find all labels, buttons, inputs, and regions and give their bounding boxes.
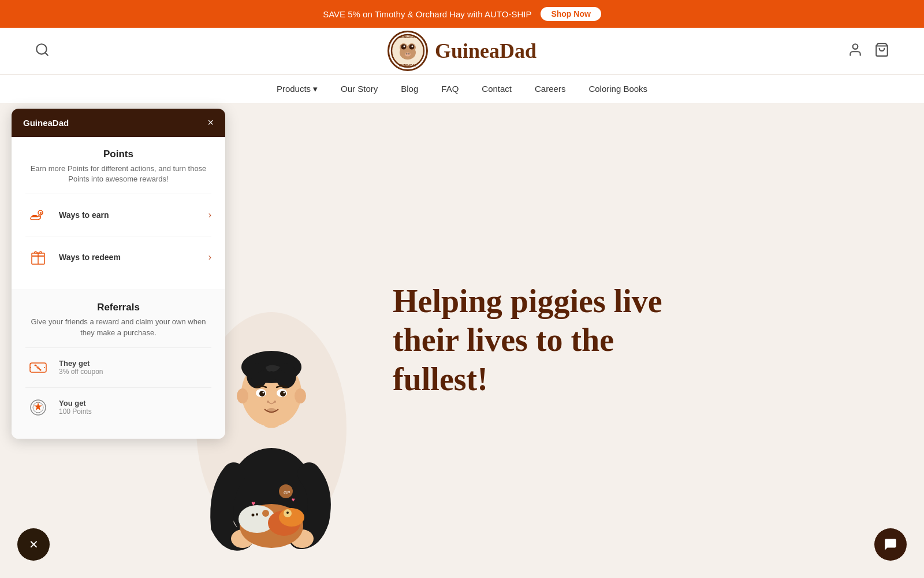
svg-point-48 — [267, 401, 269, 403]
svg-point-40 — [237, 388, 248, 403]
points-icon — [25, 395, 51, 420]
header: GUINEADAD GUINEADAD GuineaDad — [0, 28, 924, 74]
svg-point-49 — [274, 401, 276, 403]
nav-careers[interactable]: Careers — [535, 84, 565, 94]
earn-arrow-icon: › — [208, 210, 211, 220]
coupon-icon: % — [25, 355, 51, 380]
svg-point-10 — [405, 53, 411, 57]
panel-close-button[interactable]: × — [207, 117, 214, 129]
redeem-arrow-icon: › — [208, 252, 211, 262]
nav-coloring-books[interactable]: Coloring Books — [588, 84, 647, 94]
svg-text:GUINEADAD: GUINEADAD — [399, 35, 417, 39]
hero-section: GuineaDad × Points Earn more Points for … — [0, 103, 924, 578]
svg-point-57 — [262, 510, 269, 517]
header-icons — [848, 42, 889, 60]
svg-point-47 — [284, 392, 285, 394]
points-description: Earn more Points for different actions, … — [25, 164, 211, 184]
top-banner: SAVE 5% on Timothy & Orchard Hay with AU… — [0, 0, 924, 28]
ways-to-earn-label: Ways to earn — [59, 210, 208, 220]
svg-point-45 — [280, 391, 286, 397]
nav-faq[interactable]: FAQ — [441, 84, 459, 94]
svg-text:%: % — [36, 365, 40, 370]
chat-button[interactable] — [874, 528, 907, 561]
account-icon[interactable] — [848, 42, 863, 60]
svg-text:♥: ♥ — [251, 499, 255, 507]
svg-point-8 — [403, 46, 405, 47]
nav-contact[interactable]: Contact — [482, 84, 512, 94]
svg-point-11 — [405, 53, 407, 55]
panel-body: Points Earn more Points for different ac… — [12, 137, 225, 439]
logo-area: GUINEADAD GUINEADAD GuineaDad — [388, 31, 536, 71]
nav-blog[interactable]: Blog — [401, 84, 418, 94]
ways-to-redeem-label: Ways to redeem — [59, 253, 208, 262]
they-get-text: They get 3% off coupon — [59, 359, 211, 376]
rewards-panel: GuineaDad × Points Earn more Points for … — [12, 109, 225, 439]
svg-point-41 — [295, 388, 306, 403]
svg-text:GUINEADAD: GUINEADAD — [399, 64, 417, 67]
hero-heading: Helping piggies live their lives to the … — [393, 282, 878, 399]
svg-point-12 — [408, 53, 409, 55]
ways-to-earn-item[interactable]: $ Ways to earn › — [25, 194, 211, 236]
hero-text: Helping piggies live their lives to the … — [346, 282, 924, 399]
svg-point-29 — [35, 364, 36, 366]
referrals-title: Referrals — [25, 302, 211, 313]
svg-text:♥: ♥ — [292, 497, 295, 503]
banner-text: SAVE 5% on Timothy & Orchard Hay with AU… — [323, 9, 531, 19]
svg-point-44 — [259, 391, 265, 397]
redeem-icon — [25, 244, 51, 270]
svg-point-59 — [256, 513, 258, 516]
you-get-value: 100 Points — [59, 407, 211, 416]
panel-title: GuineaDad — [23, 118, 69, 128]
ways-to-redeem-item[interactable]: Ways to redeem › — [25, 236, 211, 278]
you-get-text: You get 100 Points — [59, 399, 211, 416]
svg-line-1 — [45, 53, 48, 55]
search-icon[interactable] — [35, 42, 50, 60]
you-get-item: You get 100 Points — [25, 387, 211, 427]
they-get-label: They get — [59, 359, 211, 368]
they-get-item: % They get 3% off coupon — [25, 347, 211, 387]
svg-point-50 — [267, 408, 276, 413]
referrals-description: Give your friends a reward and claim you… — [25, 317, 211, 338]
rewards-close-button[interactable]: ✕ — [17, 528, 50, 561]
cart-icon[interactable] — [874, 42, 889, 60]
svg-point-30 — [40, 369, 42, 370]
svg-point-15 — [853, 44, 858, 49]
points-title: Points — [25, 149, 211, 160]
nav: Products ▾ Our Story Blog FAQ Contact Ca… — [0, 74, 924, 103]
logo-circle: GUINEADAD GUINEADAD — [388, 31, 428, 71]
they-get-value: 3% off coupon — [59, 368, 211, 376]
svg-point-9 — [411, 46, 413, 47]
you-get-label: You get — [59, 399, 211, 407]
nav-our-story[interactable]: Our Story — [341, 84, 378, 94]
svg-text:$: $ — [40, 212, 42, 216]
shop-now-button[interactable]: Shop Now — [541, 7, 601, 21]
svg-point-58 — [252, 514, 255, 517]
svg-point-62 — [286, 512, 289, 514]
svg-point-60 — [279, 508, 304, 527]
points-section: Points Earn more Points for different ac… — [12, 137, 225, 290]
svg-text:GP: GP — [284, 490, 290, 495]
svg-point-46 — [263, 392, 264, 394]
earn-icon: $ — [25, 202, 51, 228]
nav-products[interactable]: Products ▾ — [277, 84, 318, 94]
referrals-section: Referrals Give your friends a reward and… — [12, 290, 225, 438]
panel-header: GuineaDad × — [12, 109, 225, 137]
logo-text: GuineaDad — [435, 39, 536, 63]
svg-rect-18 — [32, 215, 37, 216]
